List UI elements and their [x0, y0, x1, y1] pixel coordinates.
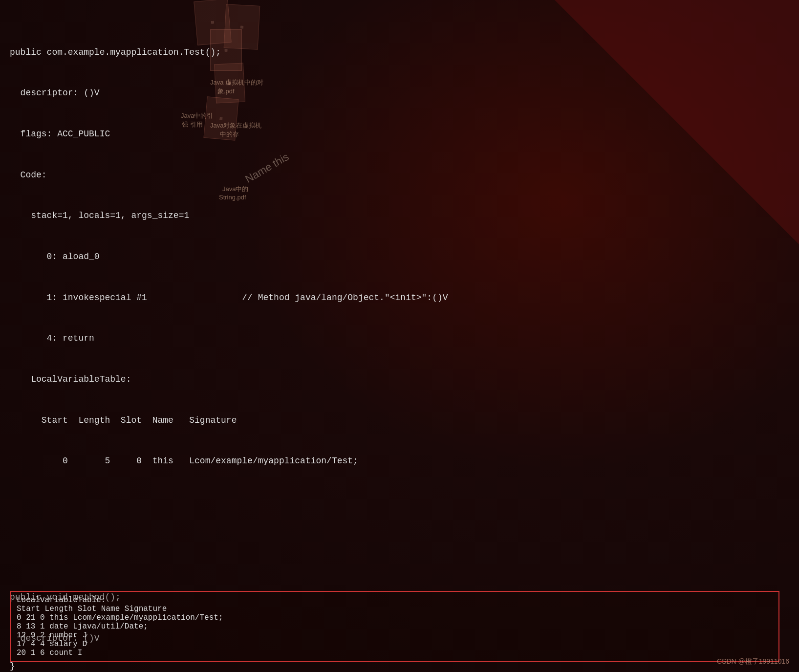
- lvt-header: LocalVariableTable:: [17, 596, 773, 605]
- watermark: CSDN @橙子19911016: [717, 657, 789, 666]
- code-line-11: 0 5 0 this Lcom/example/myapplication/Te…: [10, 455, 789, 468]
- code-container: public com.example.myapplication.Test();…: [0, 0, 799, 672]
- code-line-2: descriptor: ()V: [10, 87, 789, 100]
- code-line-3: flags: ACC_PUBLIC: [10, 128, 789, 141]
- code-empty-line: [10, 523, 789, 537]
- code-line-10: Start Length Slot Name Signature: [10, 414, 789, 428]
- code-line-9: LocalVariableTable:: [10, 373, 789, 387]
- code-line-6: 0: aload_0: [10, 250, 789, 264]
- code-line-7: 1: invokespecial #1 // Method java/lang/…: [10, 291, 789, 305]
- lvt-row-0: 0 21 0 this Lcom/example/myapplication/T…: [17, 613, 773, 622]
- code-line-8: 4: return: [10, 332, 789, 346]
- local-variable-table-box: LocalVariableTable: Start Length Slot Na…: [10, 591, 779, 662]
- lvt-row-2: 12 9 2 number J: [17, 631, 773, 640]
- closing-brace: }: [10, 661, 15, 671]
- lvt-row-1: 8 13 1 date Ljava/util/Date;: [17, 622, 773, 631]
- lvt-col-header: Start Length Slot Name Signature: [17, 605, 773, 613]
- code-line-5: stack=1, locals=1, args_size=1: [10, 209, 789, 223]
- code-line-1: public com.example.myapplication.Test();: [10, 46, 789, 60]
- lvt-row-3: 17 4 4 salary D: [17, 640, 773, 649]
- code-line-4: Code:: [10, 169, 789, 182]
- lvt-row-4: 20 1 6 count I: [17, 649, 773, 657]
